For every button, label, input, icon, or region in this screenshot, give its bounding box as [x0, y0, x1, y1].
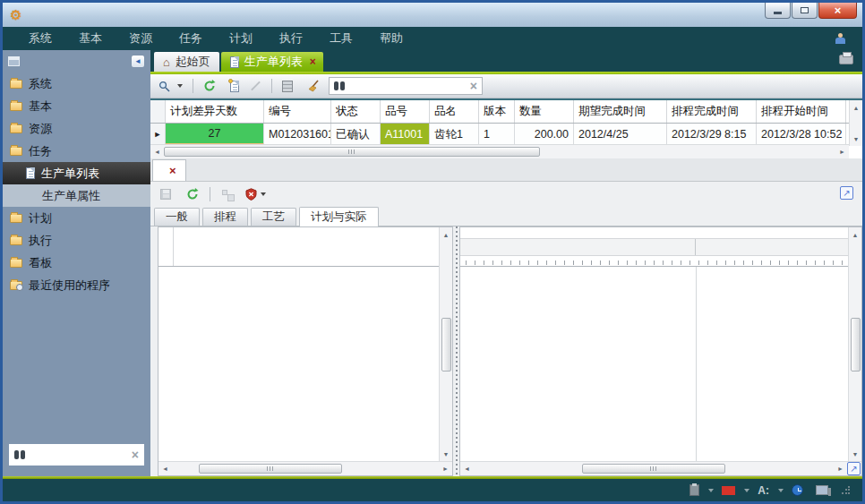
minimize-icon	[774, 12, 782, 14]
tab-起始页[interactable]: ⌂起始页	[154, 52, 219, 72]
filter-clear-icon[interactable]: ×	[470, 80, 477, 92]
menu-item-工具[interactable]: 工具	[316, 30, 366, 47]
dropdown-icon	[778, 489, 784, 492]
column-header-状态[interactable]: 状态	[331, 100, 381, 123]
scroll-up-icon[interactable]: ▲	[440, 228, 453, 241]
tree-vertical-scrollbar[interactable]: ▲ ▼	[439, 227, 452, 461]
column-header-编号[interactable]: 编号	[264, 100, 331, 123]
gantt-day-boundary	[696, 267, 697, 461]
scroll-right-icon[interactable]: ►	[834, 463, 847, 475]
gantt-vertical-scrollbar[interactable]: ▲ ▼	[848, 227, 861, 461]
scroll-up-icon[interactable]: ▲	[849, 228, 862, 241]
tab-close-icon[interactable]: ×	[310, 56, 316, 68]
detail-refresh-button[interactable]	[184, 186, 201, 202]
tree-horizontal-scrollbar[interactable]: ◄ ►	[158, 461, 452, 475]
scroll-down-icon[interactable]: ▼	[440, 448, 453, 460]
column-header-排程开始时间[interactable]: 排程开始时间	[757, 100, 846, 123]
menu-item-系统[interactable]: 系统	[15, 30, 65, 47]
menu-items: 系统基本资源任务计划执行工具帮助	[15, 30, 416, 47]
detail-subtabs: 一般排程工艺计划与实际	[150, 207, 862, 226]
scroll-thumb[interactable]	[582, 464, 725, 474]
menu-item-基本[interactable]: 基本	[65, 30, 116, 47]
refresh-button[interactable]	[201, 78, 222, 94]
detail-tab[interactable]: ×	[152, 159, 186, 181]
resize-grip[interactable]	[841, 486, 850, 495]
scroll-thumb[interactable]	[199, 464, 342, 474]
pane-splitter[interactable]	[453, 226, 459, 476]
scroll-left-icon[interactable]: ◄	[460, 463, 474, 475]
menu-item-任务[interactable]: 任务	[166, 30, 216, 47]
gantt-horizontal-scrollbar[interactable]: ◄ ► ↗	[460, 461, 861, 475]
dropdown-icon	[708, 489, 714, 492]
tab-生产单列表[interactable]: 生产单列表×	[221, 52, 323, 72]
menu-item-执行[interactable]: 执行	[266, 30, 316, 47]
sidebar-item-label: 资源	[29, 121, 52, 137]
scroll-thumb[interactable]	[851, 318, 861, 372]
status-font-menu[interactable]: A:	[758, 484, 784, 497]
sidebar-item-生产单列表[interactable]: 生产单列表	[3, 162, 150, 184]
subtab-排程[interactable]: 排程	[202, 208, 248, 226]
minimize-button[interactable]	[765, 3, 791, 19]
column-header-期望完成时间[interactable]: 期望完成时间	[574, 100, 667, 123]
grid-vertical-scrollbar[interactable]: ▲ ▼	[849, 100, 862, 146]
sidebar-item-label: 执行	[29, 233, 52, 249]
grid-horizontal-scrollbar[interactable]: ◄ ►	[150, 144, 849, 158]
sidebar-search-box[interactable]: ×	[9, 444, 144, 466]
menu-item-资源[interactable]: 资源	[116, 30, 166, 47]
scroll-up-icon[interactable]: ▲	[850, 101, 863, 114]
sidebar-item-资源[interactable]: 资源	[3, 117, 150, 140]
folder-icon	[10, 236, 22, 245]
edit-button[interactable]	[247, 83, 264, 89]
sidebar-item-看板[interactable]: 看板	[3, 252, 150, 274]
subtab-计划与实际[interactable]: 计划与实际	[299, 207, 379, 226]
clean-button[interactable]	[304, 78, 323, 94]
sidebar-collapse-button[interactable]: ◄	[131, 55, 145, 68]
order-row[interactable]: ►27M012031601已确认A11001齿轮11200.002012/4/2…	[150, 124, 849, 146]
filter-input[interactable]: ×	[329, 77, 483, 95]
scroll-thumb[interactable]	[441, 318, 451, 372]
subtab-工艺[interactable]: 工艺	[251, 208, 296, 226]
menu-item-帮助[interactable]: 帮助	[366, 30, 416, 47]
scroll-right-icon[interactable]: ►	[835, 146, 849, 158]
status-task-menu[interactable]	[689, 484, 714, 496]
sidebar-item-计划[interactable]: 计划	[3, 207, 150, 229]
detail-tab-close-icon[interactable]: ×	[169, 164, 176, 177]
column-header-版本[interactable]: 版本	[479, 100, 515, 123]
sidebar-item-执行[interactable]: 执行	[3, 229, 150, 252]
new-button[interactable]	[227, 79, 242, 94]
menu-item-计划[interactable]: 计划	[216, 30, 266, 47]
gantt-popout-icon[interactable]: ↗	[847, 462, 861, 475]
scroll-left-icon[interactable]: ◄	[158, 463, 172, 475]
column-header-计划差异天数[interactable]: 计划差异天数	[166, 100, 264, 123]
sidebar-item-基本[interactable]: 基本	[3, 95, 150, 117]
close-button[interactable]: ×	[818, 3, 857, 19]
scroll-left-icon[interactable]: ◄	[150, 146, 164, 158]
subtab-一般[interactable]: 一般	[154, 208, 200, 226]
sidebar-item-系统[interactable]: 系统	[3, 73, 150, 95]
validate-button[interactable]	[243, 186, 269, 202]
sidebar-item-最近使用的程序[interactable]: 最近使用的程序	[3, 274, 150, 296]
tree-header-selector	[158, 227, 174, 266]
printer-icon[interactable]	[839, 55, 853, 64]
scroll-right-icon[interactable]: ►	[439, 463, 452, 475]
status-language-menu[interactable]	[722, 486, 749, 495]
schedule-button[interactable]	[279, 79, 299, 94]
restore-button[interactable]	[792, 3, 818, 19]
sidebar-item-生产单属性[interactable]: 生产单属性	[3, 184, 150, 207]
query-button[interactable]	[156, 79, 185, 94]
column-header-排程完成时间[interactable]: 排程完成时间	[667, 100, 757, 123]
scroll-down-icon[interactable]: ▼	[849, 448, 862, 460]
scroll-thumb[interactable]	[164, 147, 540, 157]
column-header-品名[interactable]: 品名	[430, 100, 479, 123]
column-header-数量[interactable]: 数量	[515, 100, 574, 123]
app-window: ⚙ × 系统基本资源任务计划执行工具帮助 ◄ 系统基本资源任务生产单列表生产单属…	[0, 0, 865, 504]
restore-icon	[801, 7, 809, 13]
column-header-品号[interactable]: 品号	[381, 100, 430, 123]
scroll-down-icon[interactable]: ▼	[850, 132, 863, 145]
popout-icon[interactable]: ↗	[840, 186, 853, 200]
save-button[interactable]	[158, 187, 177, 201]
sidebar-search-clear-icon[interactable]: ×	[132, 448, 139, 461]
user-area[interactable]	[835, 33, 850, 44]
link-button[interactable]	[218, 187, 236, 201]
sidebar-item-任务[interactable]: 任务	[3, 140, 150, 162]
